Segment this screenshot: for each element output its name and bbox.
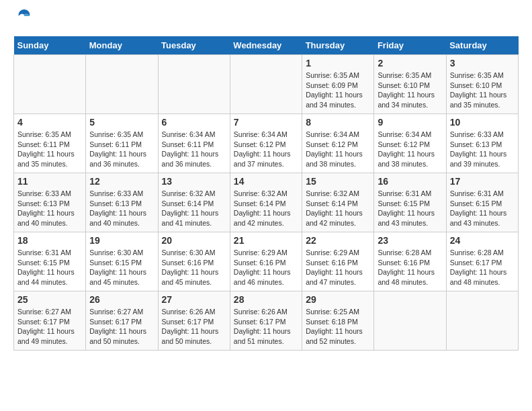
day-number: 23	[378, 235, 442, 246]
day-info: Sunrise: 6:33 AMSunset: 6:13 PMDaylight:…	[89, 189, 154, 228]
calendar-week-row: 11Sunrise: 6:33 AMSunset: 6:13 PMDayligh…	[14, 173, 519, 232]
calendar-cell: 2Sunrise: 6:35 AMSunset: 6:10 PMDaylight…	[374, 55, 446, 114]
calendar-cell	[86, 55, 158, 114]
day-number: 12	[89, 176, 154, 187]
day-info: Sunrise: 6:33 AMSunset: 6:13 PMDaylight:…	[450, 130, 515, 169]
day-info: Sunrise: 6:35 AMSunset: 6:10 PMDaylight:…	[450, 71, 515, 110]
day-info: Sunrise: 6:35 AMSunset: 6:11 PMDaylight:…	[89, 130, 154, 169]
day-info: Sunrise: 6:32 AMSunset: 6:14 PMDaylight:…	[234, 189, 298, 228]
calendar-cell: 9Sunrise: 6:34 AMSunset: 6:12 PMDaylight…	[374, 114, 446, 173]
calendar-cell	[14, 55, 86, 114]
calendar-cell: 26Sunrise: 6:27 AMSunset: 6:17 PMDayligh…	[86, 291, 158, 351]
calendar-cell: 17Sunrise: 6:31 AMSunset: 6:15 PMDayligh…	[446, 173, 518, 232]
day-info: Sunrise: 6:34 AMSunset: 6:12 PMDaylight:…	[378, 130, 442, 169]
day-number: 18	[17, 235, 82, 246]
day-number: 5	[89, 117, 154, 128]
day-number: 27	[162, 294, 226, 305]
day-info: Sunrise: 6:33 AMSunset: 6:13 PMDaylight:…	[17, 189, 82, 228]
day-info: Sunrise: 6:34 AMSunset: 6:11 PMDaylight:…	[162, 130, 226, 169]
calendar-cell: 4Sunrise: 6:35 AMSunset: 6:11 PMDaylight…	[14, 114, 86, 173]
calendar-week-row: 25Sunrise: 6:27 AMSunset: 6:17 PMDayligh…	[14, 291, 519, 351]
day-number: 15	[306, 176, 370, 187]
calendar-cell	[230, 55, 302, 114]
calendar-cell: 3Sunrise: 6:35 AMSunset: 6:10 PMDaylight…	[446, 55, 518, 114]
weekday-header-wednesday: Wednesday	[230, 36, 302, 55]
day-number: 10	[450, 117, 515, 128]
calendar-cell: 23Sunrise: 6:28 AMSunset: 6:16 PMDayligh…	[374, 232, 446, 291]
day-number: 11	[17, 176, 82, 187]
day-info: Sunrise: 6:27 AMSunset: 6:17 PMDaylight:…	[17, 307, 82, 347]
calendar-cell	[158, 55, 230, 114]
calendar-cell: 15Sunrise: 6:32 AMSunset: 6:14 PMDayligh…	[302, 173, 374, 232]
day-info: Sunrise: 6:26 AMSunset: 6:17 PMDaylight:…	[234, 307, 298, 347]
calendar-cell: 6Sunrise: 6:34 AMSunset: 6:11 PMDaylight…	[158, 114, 230, 173]
calendar-cell: 14Sunrise: 6:32 AMSunset: 6:14 PMDayligh…	[230, 173, 302, 232]
logo	[13, 13, 34, 26]
day-info: Sunrise: 6:29 AMSunset: 6:16 PMDaylight:…	[234, 248, 298, 287]
day-number: 14	[234, 176, 298, 187]
weekday-header-sunday: Sunday	[14, 36, 86, 55]
day-info: Sunrise: 6:29 AMSunset: 6:16 PMDaylight:…	[306, 248, 370, 287]
day-number: 16	[378, 176, 442, 187]
calendar-cell: 19Sunrise: 6:30 AMSunset: 6:15 PMDayligh…	[86, 232, 158, 291]
calendar-cell: 13Sunrise: 6:32 AMSunset: 6:14 PMDayligh…	[158, 173, 230, 232]
day-number: 9	[378, 117, 442, 128]
calendar-cell: 11Sunrise: 6:33 AMSunset: 6:13 PMDayligh…	[14, 173, 86, 232]
calendar-cell: 10Sunrise: 6:33 AMSunset: 6:13 PMDayligh…	[446, 114, 518, 173]
calendar-cell: 29Sunrise: 6:25 AMSunset: 6:18 PMDayligh…	[302, 291, 374, 351]
day-info: Sunrise: 6:30 AMSunset: 6:15 PMDaylight:…	[89, 248, 154, 287]
day-info: Sunrise: 6:32 AMSunset: 6:14 PMDaylight:…	[306, 189, 370, 228]
calendar-cell: 8Sunrise: 6:34 AMSunset: 6:12 PMDaylight…	[302, 114, 374, 173]
day-number: 25	[17, 294, 82, 305]
day-number: 6	[162, 117, 226, 128]
calendar-cell: 24Sunrise: 6:28 AMSunset: 6:17 PMDayligh…	[446, 232, 518, 291]
day-number: 19	[89, 235, 154, 246]
weekday-header-friday: Friday	[374, 36, 446, 55]
calendar-cell: 12Sunrise: 6:33 AMSunset: 6:13 PMDayligh…	[86, 173, 158, 232]
day-number: 24	[450, 235, 515, 246]
day-number: 29	[306, 294, 370, 305]
calendar-cell: 18Sunrise: 6:31 AMSunset: 6:15 PMDayligh…	[14, 232, 86, 291]
calendar-cell: 25Sunrise: 6:27 AMSunset: 6:17 PMDayligh…	[14, 291, 86, 351]
calendar-cell: 16Sunrise: 6:31 AMSunset: 6:15 PMDayligh…	[374, 173, 446, 232]
day-number: 1	[306, 58, 370, 68]
weekday-header-monday: Monday	[86, 36, 158, 55]
calendar-cell: 5Sunrise: 6:35 AMSunset: 6:11 PMDaylight…	[86, 114, 158, 173]
calendar-cell: 7Sunrise: 6:34 AMSunset: 6:12 PMDaylight…	[230, 114, 302, 173]
day-info: Sunrise: 6:31 AMSunset: 6:15 PMDaylight:…	[450, 189, 515, 228]
day-number: 3	[450, 58, 515, 68]
day-info: Sunrise: 6:30 AMSunset: 6:16 PMDaylight:…	[162, 248, 226, 287]
day-number: 26	[89, 294, 154, 305]
day-info: Sunrise: 6:27 AMSunset: 6:17 PMDaylight:…	[89, 307, 154, 347]
calendar-cell: 22Sunrise: 6:29 AMSunset: 6:16 PMDayligh…	[302, 232, 374, 291]
day-number: 28	[234, 294, 298, 305]
calendar-cell	[446, 291, 518, 351]
day-info: Sunrise: 6:28 AMSunset: 6:17 PMDaylight:…	[450, 248, 515, 287]
calendar-week-row: 1Sunrise: 6:35 AMSunset: 6:09 PMDaylight…	[14, 55, 519, 114]
day-info: Sunrise: 6:34 AMSunset: 6:12 PMDaylight:…	[234, 130, 298, 169]
day-info: Sunrise: 6:25 AMSunset: 6:18 PMDaylight:…	[306, 307, 370, 347]
weekday-header-row: SundayMondayTuesdayWednesdayThursdayFrid…	[14, 36, 519, 55]
day-info: Sunrise: 6:35 AMSunset: 6:10 PMDaylight:…	[378, 71, 442, 110]
weekday-header-tuesday: Tuesday	[158, 36, 230, 55]
calendar-cell: 27Sunrise: 6:26 AMSunset: 6:17 PMDayligh…	[158, 291, 230, 351]
day-info: Sunrise: 6:31 AMSunset: 6:15 PMDaylight:…	[17, 248, 82, 287]
day-info: Sunrise: 6:35 AMSunset: 6:09 PMDaylight:…	[306, 71, 370, 110]
day-number: 13	[162, 176, 226, 187]
calendar-week-row: 4Sunrise: 6:35 AMSunset: 6:11 PMDaylight…	[14, 114, 519, 173]
day-number: 2	[378, 58, 442, 68]
day-number: 17	[450, 176, 515, 187]
day-number: 8	[306, 117, 370, 128]
day-number: 21	[234, 235, 298, 246]
day-number: 20	[162, 235, 226, 246]
day-info: Sunrise: 6:32 AMSunset: 6:14 PMDaylight:…	[162, 189, 226, 228]
calendar-table: SundayMondayTuesdayWednesdayThursdayFrid…	[13, 36, 519, 351]
calendar-week-row: 18Sunrise: 6:31 AMSunset: 6:15 PMDayligh…	[14, 232, 519, 291]
day-info: Sunrise: 6:35 AMSunset: 6:11 PMDaylight:…	[17, 130, 82, 169]
weekday-header-saturday: Saturday	[446, 36, 518, 55]
calendar-cell: 1Sunrise: 6:35 AMSunset: 6:09 PMDaylight…	[302, 55, 374, 114]
weekday-header-thursday: Thursday	[302, 36, 374, 55]
day-info: Sunrise: 6:34 AMSunset: 6:12 PMDaylight:…	[306, 130, 370, 169]
calendar-cell: 20Sunrise: 6:30 AMSunset: 6:16 PMDayligh…	[158, 232, 230, 291]
page-header	[13, 13, 519, 26]
